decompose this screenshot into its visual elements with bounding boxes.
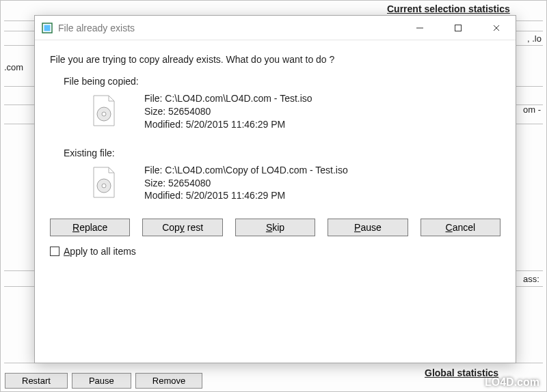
titlebar: File already exists bbox=[35, 16, 516, 40]
existing-file-modified: Modified: 5/20/2015 11:46:29 PM bbox=[144, 189, 348, 202]
skip-button[interactable]: Skip bbox=[235, 219, 315, 236]
pause-bg-button[interactable]: Pause bbox=[72, 373, 131, 389]
svg-rect-3 bbox=[455, 25, 462, 31]
dialog-title: File already exists bbox=[58, 23, 401, 33]
ext-label: .com bbox=[4, 62, 23, 72]
svg-point-9 bbox=[102, 184, 106, 188]
existing-file-block: File: C:\LO4D.com\Copy of LO4D.com - Tes… bbox=[91, 164, 501, 203]
svg-point-7 bbox=[102, 112, 106, 116]
restart-button[interactable]: Restart bbox=[5, 373, 68, 389]
remove-button[interactable]: Remove bbox=[135, 373, 202, 389]
maximize-button[interactable] bbox=[439, 16, 477, 40]
checkbox-icon[interactable] bbox=[50, 247, 59, 256]
apply-all-label: Apply to all items bbox=[64, 246, 136, 257]
cancel-button[interactable]: Cancel bbox=[421, 219, 501, 236]
copied-file-path: File: C:\LO4D.com\LO4D.com - Test.iso bbox=[144, 92, 312, 105]
stats-header: Current selection statistics bbox=[387, 3, 510, 14]
copied-file-size: Size: 52654080 bbox=[144, 105, 312, 118]
svg-rect-1 bbox=[44, 25, 51, 31]
copied-section-label: File being copied: bbox=[64, 76, 501, 87]
existing-file-path: File: C:\LO4D.com\Copy of LO4D.com - Tes… bbox=[144, 164, 348, 177]
copied-file-modified: Modified: 5/20/2015 11:46:29 PM bbox=[144, 118, 312, 131]
watermark: LO4D.com bbox=[485, 376, 539, 389]
bg-text-frag: , .lo bbox=[527, 33, 542, 44]
replace-button[interactable]: Replace bbox=[50, 219, 130, 236]
prompt-text: File you are trying to copy already exis… bbox=[50, 54, 501, 65]
apply-all-checkbox[interactable]: Apply to all items bbox=[50, 246, 501, 257]
bg-text-frag: ass: bbox=[523, 274, 539, 284]
iso-file-icon bbox=[91, 95, 117, 126]
existing-section-label: Existing file: bbox=[64, 148, 501, 158]
existing-file-size: Size: 52654080 bbox=[144, 177, 348, 190]
copy-rest-button[interactable]: Copy rest bbox=[142, 219, 222, 236]
copied-file-block: File: C:\LO4D.com\LO4D.com - Test.iso Si… bbox=[91, 92, 501, 131]
file-exists-dialog: File already exists File you are trying … bbox=[34, 15, 516, 363]
pause-button[interactable]: Pause bbox=[328, 219, 408, 236]
bg-text-frag: om - bbox=[523, 104, 541, 115]
close-button[interactable] bbox=[477, 16, 516, 40]
minimize-button[interactable] bbox=[401, 16, 439, 40]
app-icon bbox=[42, 23, 53, 33]
iso-file-icon bbox=[91, 167, 117, 198]
